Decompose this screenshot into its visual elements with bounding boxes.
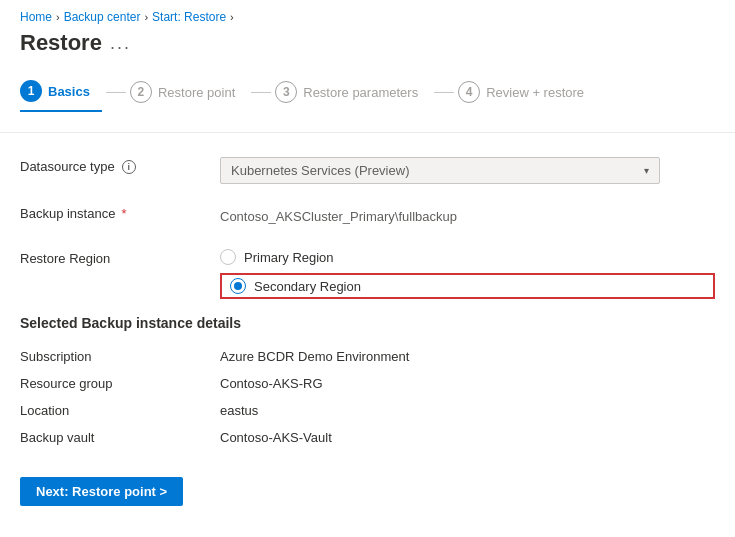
secondary-region-label: Secondary Region <box>254 279 361 294</box>
restore-region-label: Restore Region <box>20 245 220 266</box>
restore-region-options: Primary Region Secondary Region <box>220 245 715 299</box>
details-table: Subscription Azure BCDR Demo Environment… <box>20 343 715 451</box>
step-circle-2: 2 <box>130 81 152 103</box>
more-options-icon[interactable]: ... <box>110 33 131 54</box>
step-restore-point[interactable]: 2 Restore point <box>130 73 247 111</box>
form-area: Datasource type i Kubernetes Services (P… <box>0 133 735 451</box>
footer: Next: Restore point > <box>0 461 735 522</box>
step-divider-3 <box>434 92 454 93</box>
detail-backup-vault-val: Contoso-AKS-Vault <box>220 430 332 445</box>
detail-subscription-key: Subscription <box>20 349 220 364</box>
datasource-dropdown-text: Kubernetes Services (Preview) <box>231 163 409 178</box>
breadcrumb-sep2: › <box>144 11 148 23</box>
step-label-3: Restore parameters <box>303 85 418 100</box>
step-label-4: Review + restore <box>486 85 584 100</box>
step-basics[interactable]: 1 Basics <box>20 72 102 112</box>
detail-backup-vault-key: Backup vault <box>20 430 220 445</box>
datasource-dropdown[interactable]: Kubernetes Services (Preview) ▾ <box>220 157 660 184</box>
backup-instance-text: Contoso_AKSCluster_Primary\fullbackup <box>220 204 715 229</box>
detail-backup-vault: Backup vault Contoso-AKS-Vault <box>20 424 715 451</box>
breadcrumb-start-restore[interactable]: Start: Restore <box>152 10 226 24</box>
primary-region-radio[interactable] <box>220 249 236 265</box>
backup-instance-label: Backup instance * <box>20 200 220 221</box>
step-divider-2 <box>251 92 271 93</box>
detail-subscription: Subscription Azure BCDR Demo Environment <box>20 343 715 370</box>
breadcrumb: Home › Backup center › Start: Restore › <box>0 0 735 30</box>
restore-region-row: Restore Region Primary Region Secondary … <box>20 245 715 299</box>
detail-location: Location eastus <box>20 397 715 424</box>
detail-subscription-val: Azure BCDR Demo Environment <box>220 349 409 364</box>
breadcrumb-backup-center[interactable]: Backup center <box>64 10 141 24</box>
detail-location-val: eastus <box>220 403 258 418</box>
section-title: Selected Backup instance details <box>20 315 715 331</box>
backup-instance-row: Backup instance * Contoso_AKSCluster_Pri… <box>20 200 715 229</box>
breadcrumb-home[interactable]: Home <box>20 10 52 24</box>
page-title: Restore <box>20 30 102 56</box>
required-star: * <box>121 206 126 221</box>
primary-region-option[interactable]: Primary Region <box>220 249 715 265</box>
datasource-info-icon[interactable]: i <box>122 160 136 174</box>
datasource-label: Datasource type i <box>20 153 220 174</box>
step-divider-1 <box>106 92 126 93</box>
detail-resource-group: Resource group Contoso-AKS-RG <box>20 370 715 397</box>
radio-group: Primary Region Secondary Region <box>220 249 715 299</box>
secondary-region-radio[interactable] <box>230 278 246 294</box>
breadcrumb-sep3: › <box>230 11 234 23</box>
detail-location-key: Location <box>20 403 220 418</box>
step-circle-4: 4 <box>458 81 480 103</box>
page-title-area: Restore ... <box>0 30 735 72</box>
breadcrumb-sep1: › <box>56 11 60 23</box>
datasource-row: Datasource type i Kubernetes Services (P… <box>20 153 715 184</box>
datasource-chevron-icon: ▾ <box>644 165 649 176</box>
primary-region-label: Primary Region <box>244 250 334 265</box>
step-circle-3: 3 <box>275 81 297 103</box>
detail-resource-group-val: Contoso-AKS-RG <box>220 376 323 391</box>
step-label-1: Basics <box>48 84 90 99</box>
detail-resource-group-key: Resource group <box>20 376 220 391</box>
wizard-steps: 1 Basics 2 Restore point 3 Restore param… <box>0 72 735 133</box>
step-circle-1: 1 <box>20 80 42 102</box>
datasource-value: Kubernetes Services (Preview) ▾ <box>220 153 715 184</box>
selected-backup-section: Selected Backup instance details Subscri… <box>20 315 715 451</box>
step-restore-parameters[interactable]: 3 Restore parameters <box>275 73 430 111</box>
backup-instance-value: Contoso_AKSCluster_Primary\fullbackup <box>220 200 715 229</box>
step-review-restore[interactable]: 4 Review + restore <box>458 73 596 111</box>
next-button[interactable]: Next: Restore point > <box>20 477 183 506</box>
secondary-region-option[interactable]: Secondary Region <box>220 273 715 299</box>
step-label-2: Restore point <box>158 85 235 100</box>
